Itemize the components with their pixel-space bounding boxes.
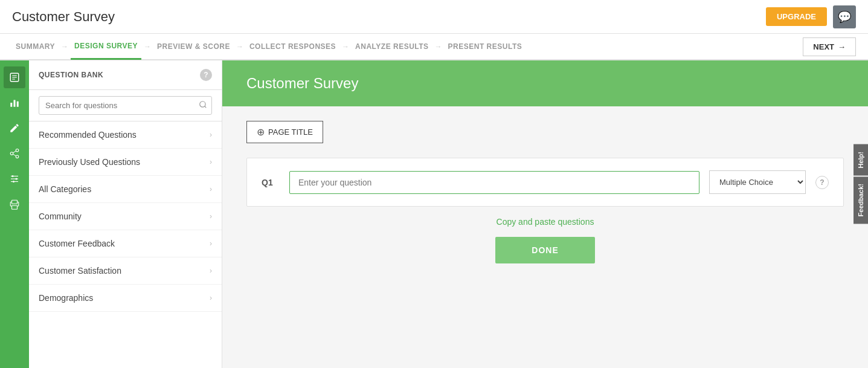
- question-help-button[interactable]: ?: [815, 176, 829, 189]
- qb-item-demographics[interactable]: Demographics ›: [29, 285, 222, 312]
- chat-button[interactable]: 💬: [833, 5, 856, 28]
- qb-item-label: Demographics: [39, 293, 93, 303]
- nav-step-preview[interactable]: PREVIEW & SCORE: [153, 33, 234, 60]
- qb-item-label: Customer Satisfaction: [39, 266, 121, 276]
- app-title: Customer Survey: [12, 9, 115, 25]
- svg-rect-18: [12, 205, 18, 209]
- chevron-right-icon: ›: [210, 294, 212, 302]
- nav-arrow-2: →: [144, 42, 151, 51]
- question-label-q1: Q1: [262, 178, 280, 187]
- survey-header-title: Customer Survey: [246, 75, 358, 91]
- nav-arrow-3: →: [236, 42, 243, 51]
- question-input-q1[interactable]: [289, 171, 699, 194]
- nav-step-present[interactable]: PRESENT RESULTS: [445, 33, 526, 60]
- qb-item-label: Previously Used Questions: [39, 157, 140, 167]
- chevron-right-icon: ›: [210, 185, 212, 193]
- sidebar-icon-share[interactable]: [4, 143, 25, 164]
- next-arrow-icon: →: [838, 42, 846, 51]
- page-title-button[interactable]: ⊕ PAGE TITLE: [246, 121, 323, 143]
- qb-item-label: Recommended Questions: [39, 130, 137, 140]
- qb-help-button[interactable]: ?: [200, 69, 212, 81]
- svg-point-7: [16, 149, 19, 152]
- page-title-label: PAGE TITLE: [268, 128, 313, 137]
- qb-item-recommended[interactable]: Recommended Questions ›: [29, 121, 222, 149]
- nav-steps: SUMMARY → DESIGN SURVEY → PREVIEW & SCOR…: [12, 33, 526, 60]
- survey-body: ⊕ PAGE TITLE Q1 Multiple Choice Short An…: [222, 106, 868, 368]
- qb-item-label: All Categories: [39, 184, 91, 194]
- feedback-tabs: Help! Feedback!: [854, 144, 868, 224]
- sidebar-icon-chart[interactable]: [4, 92, 25, 114]
- search-icon: [199, 100, 207, 111]
- search-bar: [29, 90, 222, 121]
- nav-step-collect[interactable]: COLLECT RESPONSES: [246, 33, 339, 60]
- next-label: NEXT: [813, 42, 834, 51]
- done-button[interactable]: DONE: [495, 237, 594, 263]
- sidebar-icon-design[interactable]: [4, 117, 25, 139]
- svg-point-17: [13, 181, 14, 182]
- feedback-tab[interactable]: Feedback!: [854, 176, 868, 224]
- qb-item-label: Community: [39, 211, 82, 221]
- sidebar-icon-print[interactable]: [4, 193, 25, 215]
- svg-point-8: [10, 152, 13, 155]
- qb-item-previously-used[interactable]: Previously Used Questions ›: [29, 149, 222, 176]
- copy-paste-link[interactable]: Copy and paste questions: [497, 217, 594, 227]
- svg-line-10: [13, 154, 16, 156]
- search-input[interactable]: [39, 96, 212, 115]
- chevron-right-icon: ›: [210, 158, 212, 166]
- qb-item-all-categories[interactable]: All Categories ›: [29, 176, 222, 203]
- qb-item-label: Customer Feedback: [39, 239, 115, 248]
- help-tab-label: Help!: [857, 152, 864, 169]
- copy-paste-section: Copy and paste questions: [246, 216, 844, 227]
- chevron-right-icon: ›: [210, 239, 212, 248]
- add-circle-icon: ⊕: [257, 126, 265, 138]
- chat-icon: 💬: [838, 10, 851, 24]
- nav-step-summary[interactable]: SUMMARY: [12, 33, 59, 60]
- main-layout: QUESTION BANK ? Recommended Questions › …: [0, 60, 868, 368]
- svg-point-15: [12, 175, 14, 177]
- next-button[interactable]: NEXT →: [803, 37, 856, 56]
- sidebar-icon-survey[interactable]: [4, 66, 25, 88]
- svg-rect-19: [12, 200, 18, 204]
- svg-point-20: [200, 102, 205, 107]
- nav-bar: SUMMARY → DESIGN SURVEY → PREVIEW & SCOR…: [0, 34, 868, 60]
- question-bank-panel: QUESTION BANK ? Recommended Questions › …: [29, 60, 222, 368]
- chevron-right-icon: ›: [210, 266, 212, 275]
- top-bar: Customer Survey UPGRADE 💬: [0, 0, 868, 34]
- svg-rect-4: [10, 103, 12, 107]
- search-wrapper: [39, 96, 212, 115]
- qb-item-customer-satisfaction[interactable]: Customer Satisfaction ›: [29, 257, 222, 285]
- qb-item-customer-feedback[interactable]: Customer Feedback ›: [29, 230, 222, 257]
- sidebar-icon-filter[interactable]: [4, 168, 25, 190]
- question-type-select[interactable]: Multiple Choice Short Answer Rating Rank…: [709, 170, 806, 194]
- svg-point-16: [16, 178, 18, 180]
- upgrade-button[interactable]: UPGRADE: [766, 7, 827, 26]
- question-card-q1: Q1 Multiple Choice Short Answer Rating R…: [246, 158, 844, 207]
- nav-arrow-1: →: [61, 42, 68, 51]
- nav-step-analyze[interactable]: ANALYZE RESULTS: [352, 33, 432, 60]
- chevron-right-icon: ›: [210, 131, 212, 139]
- feedback-tab-label: Feedback!: [857, 184, 864, 216]
- top-bar-actions: UPGRADE 💬: [766, 5, 856, 28]
- help-tab[interactable]: Help!: [854, 144, 868, 176]
- main-content: Customer Survey ⊕ PAGE TITLE Q1 Multiple…: [222, 60, 868, 368]
- chevron-right-icon: ›: [210, 212, 212, 221]
- qb-category-list: Recommended Questions › Previously Used …: [29, 121, 222, 368]
- svg-line-21: [205, 106, 207, 108]
- svg-rect-6: [17, 102, 19, 107]
- qb-item-community[interactable]: Community ›: [29, 203, 222, 230]
- icon-bar: [0, 60, 29, 368]
- svg-line-11: [13, 151, 16, 153]
- nav-step-design[interactable]: DESIGN SURVEY: [71, 33, 141, 60]
- nav-arrow-4: →: [342, 42, 349, 51]
- nav-arrow-5: →: [435, 42, 442, 51]
- survey-header: Customer Survey: [222, 60, 868, 106]
- qb-header: QUESTION BANK ?: [29, 60, 222, 90]
- svg-rect-5: [14, 100, 16, 107]
- qb-title: QUESTION BANK: [39, 71, 103, 79]
- svg-point-9: [16, 155, 19, 158]
